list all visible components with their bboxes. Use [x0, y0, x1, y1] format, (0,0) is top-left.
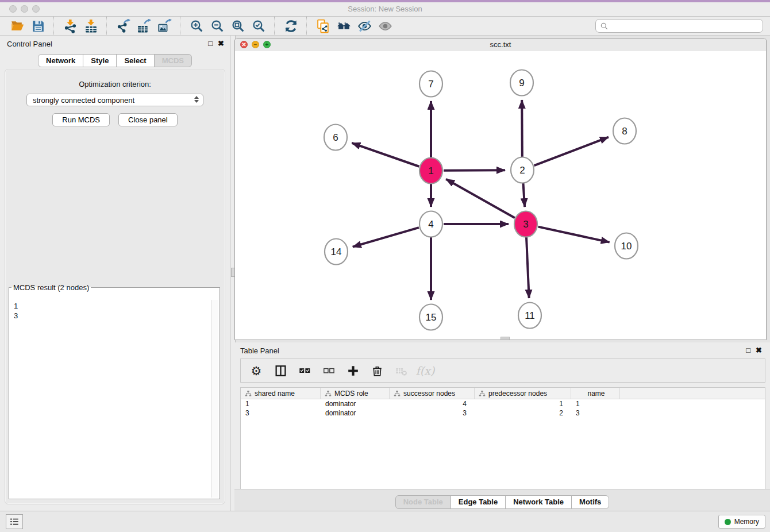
table-toolbar: ⚙f(x) [240, 358, 765, 383]
add-column-button[interactable] [345, 363, 360, 378]
graph-edge-3-10[interactable] [538, 227, 609, 242]
zoom-out-button[interactable] [207, 17, 228, 34]
cell-shared-name[interactable]: 1 [241, 400, 321, 408]
cell-name[interactable]: 1 [571, 400, 620, 408]
cell-MCDS-role[interactable]: dominator [321, 400, 390, 408]
status-bar: Memory [0, 511, 770, 532]
graph-edge-2-9[interactable] [522, 100, 522, 157]
graph-node-3[interactable]: 3 [514, 211, 537, 237]
cell-name[interactable]: 3 [571, 409, 620, 417]
graph-node-2[interactable]: 2 [511, 157, 534, 183]
export-table-icon [137, 19, 151, 33]
tree-icon [479, 390, 486, 397]
graph-edge-2-3[interactable] [523, 183, 525, 207]
column-header-name[interactable]: name [571, 388, 620, 399]
tab-network-table[interactable]: Network Table [505, 495, 572, 509]
svg-text:10: 10 [621, 241, 632, 252]
duplicate-network-button[interactable] [313, 17, 333, 34]
tab-style[interactable]: Style [83, 54, 117, 67]
svg-text:9: 9 [519, 78, 524, 88]
delete-column-button[interactable] [369, 363, 384, 378]
node-table-header[interactable]: shared nameMCDS rolesuccessor nodesprede… [241, 388, 765, 399]
criterion-dropdown[interactable]: strongly connected component [26, 94, 203, 106]
home-button[interactable] [333, 17, 354, 34]
graph-node-8[interactable]: 8 [613, 118, 636, 144]
mcds-result-list[interactable]: 13 [10, 300, 211, 498]
search-box[interactable] [595, 19, 763, 33]
tab-motifs[interactable]: Motifs [571, 495, 609, 509]
graph-edge-2-8[interactable] [534, 137, 609, 165]
tab-mcds[interactable]: MCDS [154, 54, 192, 67]
optimization-criterion-label: Optimization criterion: [5, 80, 225, 88]
network-resize-grip[interactable] [500, 337, 510, 340]
svg-text:1: 1 [428, 165, 433, 176]
graph-edge-1-2[interactable] [444, 170, 505, 171]
tab-select[interactable]: Select [116, 54, 154, 67]
eye-slash-button[interactable] [354, 17, 375, 34]
close-table-panel-icon[interactable]: ✖ [756, 346, 762, 354]
network-window-titlebar[interactable]: ✕ − + scc.txt [235, 38, 766, 52]
graph-edge-1-6[interactable] [352, 143, 419, 167]
import-table-button[interactable] [80, 17, 101, 34]
search-icon [600, 22, 609, 30]
refresh-icon [284, 19, 298, 33]
settings-gear-button[interactable]: ⚙ [249, 363, 264, 378]
cell-successor-nodes[interactable]: 3 [390, 409, 475, 417]
save-session-button[interactable] [28, 17, 48, 34]
export-image-button[interactable] [154, 17, 175, 34]
refresh-button[interactable] [280, 17, 301, 34]
close-panel-icon[interactable]: ✖ [218, 39, 224, 48]
select-all-button[interactable] [297, 363, 312, 378]
graph-node-4[interactable]: 4 [419, 211, 442, 237]
export-table-button[interactable] [133, 17, 154, 34]
graph-edge-3-1[interactable] [446, 179, 515, 218]
zoom-in-button[interactable] [186, 17, 207, 34]
column-header-predecessor-nodes[interactable]: predecessor nodes [475, 388, 571, 399]
table-row[interactable]: 3dominator323 [241, 408, 765, 418]
export-network-button[interactable] [113, 17, 133, 34]
cell-predecessor-nodes[interactable]: 1 [475, 400, 571, 408]
import-network-button[interactable] [60, 17, 80, 34]
graph-edge-4-14[interactable] [353, 228, 419, 246]
toggle-panel-button[interactable] [273, 363, 288, 378]
graph-node-11[interactable]: 11 [518, 303, 541, 329]
toggle-panel-icon [275, 365, 287, 377]
zoom-fit-button[interactable] [228, 17, 248, 34]
graph-edge-3-11[interactable] [526, 237, 529, 298]
column-header-successor-nodes[interactable]: successor nodes [390, 388, 475, 399]
cell-predecessor-nodes[interactable]: 2 [475, 409, 571, 417]
column-header-MCDS-role[interactable]: MCDS role [321, 388, 390, 399]
result-scrollbar[interactable] [211, 300, 218, 498]
close-panel-button[interactable]: Close panel [118, 113, 178, 126]
graph-node-10[interactable]: 10 [615, 233, 638, 259]
column-label: predecessor nodes [488, 390, 547, 398]
graph-node-7[interactable]: 7 [419, 71, 442, 97]
cell-successor-nodes[interactable]: 4 [390, 400, 475, 408]
graph-node-14[interactable]: 14 [325, 239, 348, 265]
open-file-button[interactable] [7, 17, 28, 34]
cell-shared-name[interactable]: 3 [241, 409, 321, 417]
float-table-panel-icon[interactable]: □ [746, 346, 750, 354]
graph-node-6[interactable]: 6 [324, 125, 347, 151]
graph-node-15[interactable]: 15 [419, 304, 442, 330]
tab-network[interactable]: Network [38, 54, 83, 67]
column-header-shared-name[interactable]: shared name [241, 388, 321, 399]
memory-button[interactable]: Memory [718, 515, 765, 529]
task-history-button[interactable] [6, 514, 23, 529]
network-canvas[interactable]: 7968124314101511 [235, 51, 766, 340]
run-mcds-button[interactable]: Run MCDS [52, 113, 110, 126]
table-row[interactable]: 1dominator411 [241, 399, 765, 408]
float-panel-icon[interactable]: □ [208, 39, 213, 48]
tab-edge-table[interactable]: Edge Table [451, 495, 506, 509]
graph-node-1[interactable]: 1 [419, 158, 442, 184]
graph-node-9[interactable]: 9 [510, 70, 533, 96]
delete-table-icon [395, 365, 407, 377]
search-input[interactable] [611, 21, 759, 31]
tab-node-table[interactable]: Node Table [395, 495, 451, 509]
deselect-all-button[interactable] [321, 363, 336, 378]
eye-button[interactable] [375, 17, 395, 34]
main-toolbar [0, 17, 770, 36]
zoom-selected-button[interactable] [248, 17, 269, 34]
cell-MCDS-role[interactable]: dominator [321, 409, 390, 417]
import-network-icon [63, 19, 78, 33]
